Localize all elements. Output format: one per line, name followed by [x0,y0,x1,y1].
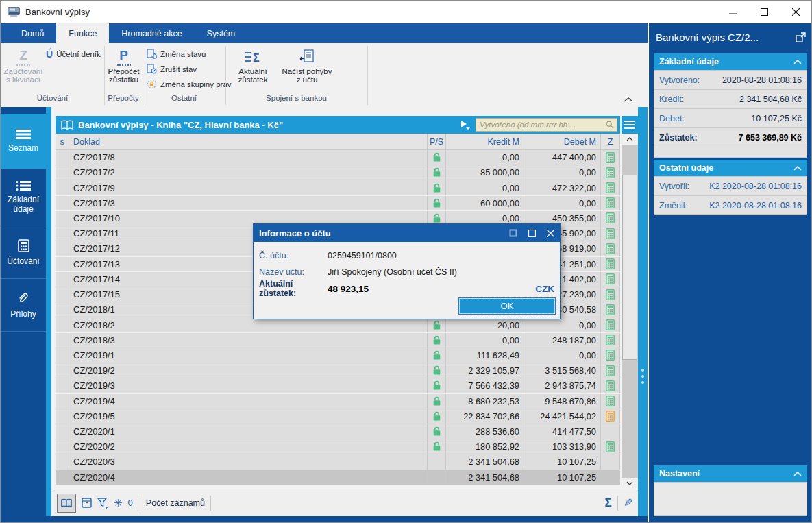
table-row[interactable]: CZ/2017/360 000,000,00 [56,196,620,211]
ucetni-denik-button[interactable]: Ú Účetní deník [46,47,101,61]
open-in-window-icon[interactable] [796,32,806,42]
zmena-skupiny-prav-button[interactable]: Změna skupiny práv [147,77,232,91]
cell-z [601,470,620,485]
scroll-up-button[interactable] [622,134,638,145]
cell-debet: 3 515 568,40 [524,363,601,378]
column-debet[interactable]: Debet M [524,134,601,149]
tab-domu[interactable]: Domů [9,23,56,43]
panel-splitter[interactable] [638,107,648,516]
collapse-chevron-icon[interactable] [793,472,802,476]
table-row[interactable]: CZ/2020/2180 852,92103 313,90 [56,439,620,454]
maximize-button[interactable] [748,1,780,23]
table-row[interactable]: CZ/2020/32 341 504,6810 107,25 [56,454,620,470]
cell-state [56,424,69,439]
cell-z [601,348,620,363]
table-row[interactable]: CZ/2017/90,00472 322,00 [56,180,620,195]
dialog-maximize-icon[interactable] [528,230,536,237]
search-input[interactable] [476,118,617,132]
dialog-close-icon[interactable] [547,230,554,237]
table-row[interactable]: CZ/2019/37 566 432,392 943 875,74 [56,378,620,393]
filter-play-icon[interactable] [460,121,470,130]
zmena-stavu-button[interactable]: Změna stavu [147,47,206,61]
scroll-down-button[interactable] [622,478,638,489]
scrollbar-thumb[interactable] [622,175,637,360]
cell-z [601,409,620,424]
cell-doklad: CZ/2017/9 [69,180,428,195]
column-z[interactable]: Z [601,134,620,149]
tab-system[interactable]: Systém [195,23,248,43]
section-header-zakladni[interactable]: Základní údaje [654,53,807,70]
zmena-skupiny-prav-icon [147,79,157,89]
cell-state [56,378,69,393]
cell-ps [428,424,446,439]
column-kredit[interactable]: Kredit M [446,134,524,149]
prepocet-zustatku-button[interactable]: P Přepočet zůstatku [105,45,143,94]
detail-panel: Bankovní výpis CZ/2... Základní údaje Vy… [648,23,812,523]
cell-debet: 0,00 [524,196,601,210]
prepocet-icon: P [117,47,131,67]
lock-icon [432,365,441,376]
detail-row: Zůstatek:7 653 369,89 Kč [654,128,807,147]
section-header-nastaveni[interactable]: Nastavení [654,465,807,482]
lock-icon [432,335,441,345]
table-row[interactable]: CZ/2019/48 680 232,539 548 670,86 [56,394,620,409]
table-row[interactable]: CZ/2019/1111 628,490,00 [56,348,620,363]
filter-button[interactable] [97,498,108,509]
zrusit-stav-button[interactable]: Zrušit stav [147,62,197,76]
ribbon-collapse-chevron[interactable] [623,97,634,104]
book-view-button[interactable] [57,494,76,513]
cell-z [601,211,620,226]
sidebar-item-zakladni-udaje[interactable]: Základní údaje [1,169,46,226]
cell-ps [428,348,446,363]
cell-debet: 248 187,00 [524,333,601,348]
sidebar-item-prilohy[interactable]: Přílohy [1,279,46,332]
column-doklad[interactable]: Doklad [69,134,428,149]
edit-button[interactable]: ✎ [624,496,632,509]
minimize-button[interactable] [717,1,748,23]
vertical-scrollbar[interactable] [622,134,638,489]
column-s[interactable]: s [56,134,69,149]
cell-kredit: 85 000,00 [446,165,524,180]
sidebar-item-uctovani[interactable]: Účtování [1,226,46,279]
cell-state [56,317,69,332]
table-menu-button[interactable] [622,116,638,134]
aktualni-zustatek-button[interactable]: Σ Aktuální zůstatek [232,45,274,94]
table-row[interactable]: CZ/2020/42 341 504,6810 107,25 [56,470,620,485]
cell-doklad: CZ/2020/2 [69,439,428,454]
table-row[interactable]: CZ/2017/285 000,000,00 [56,165,620,180]
sum-button[interactable]: Σ [604,496,611,510]
table-row[interactable]: CZ/2018/220,000,00 [56,317,620,332]
table-row[interactable]: CZ/2019/522 834 702,6624 421 544,02 [56,409,620,424]
cell-doklad: CZ/2018/3 [69,333,428,348]
calculator-icon [606,289,615,300]
table-row[interactable]: CZ/2020/1288 536,60414 477,50 [56,424,620,439]
section-body-ostatni: Vytvořil:K2 2020-08-28 01:08:16 Změnil:K… [654,176,807,215]
ok-button[interactable]: OK [458,297,556,315]
zauctovani-s-likvidaci-button: Z Zaúčtování s likvidací [3,45,44,94]
tab-funkce[interactable]: Funkce [56,23,109,43]
table-row[interactable]: CZ/2017/80,00447 400,00 [56,150,620,165]
close-button[interactable] [780,1,811,23]
dialog-pin-icon[interactable] [509,229,517,237]
cell-kredit: 60 000,00 [446,196,524,210]
tab-hromadne-akce[interactable]: Hromadné akce [109,23,194,43]
cell-ps [428,150,446,165]
section-header-ostatni[interactable]: Ostatní údaje [654,160,807,176]
container-view-button[interactable] [82,498,92,508]
column-ps[interactable]: P/S [428,134,446,149]
nacist-pohyby-button[interactable]: Načíst pohyby z účtu [276,45,338,94]
cell-debet: 414 477,50 [524,424,601,439]
zauctovani-icon: Z [16,47,30,67]
cell-doklad: CZ/2017/8 [69,150,428,165]
snowflake-icon[interactable]: ✳ [114,497,123,509]
lock-icon [432,320,441,330]
sidebar-item-seznam[interactable]: Seznam [1,114,46,169]
cell-z [601,394,620,409]
cell-z [601,454,620,469]
collapse-chevron-icon[interactable] [793,166,802,171]
cell-state [56,394,69,409]
search-icon [606,121,614,129]
table-row[interactable]: CZ/2018/30,00248 187,00 [56,333,620,348]
table-row[interactable]: CZ/2019/22 329 105,973 515 568,40 [56,363,620,378]
collapse-chevron-icon[interactable] [793,60,802,64]
